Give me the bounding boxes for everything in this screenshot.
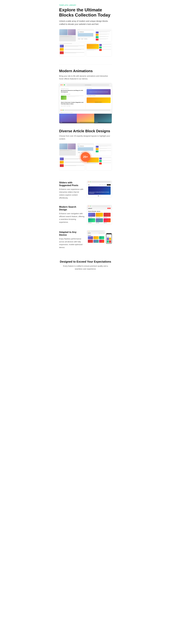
modern-animations-desc: Bring your site to life with dynamic ani… xyxy=(59,75,112,80)
demo-photo-3: Patagonia xyxy=(94,114,112,123)
desktop-nav: andorrin AboutBlogPortfolio xyxy=(87,232,105,234)
phone-project-2 xyxy=(109,238,111,240)
browser-dot-green xyxy=(64,84,65,85)
demo-post-meta-1: Jul 14, 2025 · 4 min read xyxy=(61,94,84,94)
demo-photo-grid: Iceland Norway Patagonia xyxy=(59,114,112,123)
post-card-meta-1: Jun 05, 2025 · 5 min read xyxy=(88,95,110,96)
search-content: Search Results: device Laptop setup Devi… xyxy=(87,210,112,224)
demo-post-title-1: My Favorite Resources and Blogs for Self… xyxy=(61,90,84,93)
search-result-4: Workspace xyxy=(88,218,95,224)
footer-section: Designed to Exceed Your Expectations Eve… xyxy=(56,254,115,277)
template-card-1[interactable] xyxy=(59,29,76,42)
slider-content: fino AboutBlogPortfolio Contact Cybersec… xyxy=(87,183,112,197)
demo-right-col: View All Posts Animation and Visualizati… xyxy=(86,86,112,109)
phone-heading: Projects xyxy=(107,236,111,237)
demo-photo-1: Iceland xyxy=(59,114,77,123)
demo-content-area: PERSONAL BLOGS My Favorite Resources and… xyxy=(59,86,112,109)
demo-post-title-2: How to Overcome Creative Stagnation and … xyxy=(61,102,84,105)
template-library-badge: TEMPLATE LIBRARY xyxy=(59,4,112,6)
search-result-title-4: Workspace xyxy=(88,222,95,224)
feature-search-visual: andorrin Search Search Results: device L… xyxy=(87,205,112,225)
demo-second-url-bar xyxy=(59,109,112,111)
project-item-3 xyxy=(99,236,104,239)
search-result-title-5: Tech tools xyxy=(96,222,103,224)
card2-subtitle: A Traveling Programmer xyxy=(79,32,84,32)
modern-animations-title: Modern Animations xyxy=(59,69,112,73)
template-card-5[interactable] xyxy=(86,42,112,56)
post-card-title-1: Animation and Visualization: My Experime… xyxy=(89,91,108,93)
photo-label-3: Patagonia xyxy=(94,121,112,123)
feature-search-title: Modern Search Design xyxy=(59,206,85,211)
search-results-heading: Search Results: device xyxy=(88,211,110,212)
article-card-3[interactable] xyxy=(95,143,112,156)
badge-text: 25+ xyxy=(83,155,88,158)
browser-url: andorrintemesyio xyxy=(67,84,109,86)
slider-post-text: Cybersecurity in Coding: Best Practices … xyxy=(89,192,110,194)
article-card-1[interactable] xyxy=(59,143,76,156)
demo-post-card-2: Unleashing Creativity T... xyxy=(86,98,110,103)
feature-responsive: Adapted to Any Device Enjoy flawless per… xyxy=(59,230,112,249)
phone-content: Projects xyxy=(106,236,112,244)
project-item-6 xyxy=(99,240,104,243)
slider-mockup: fino AboutBlogPortfolio Contact Cybersec… xyxy=(87,181,112,198)
feature-responsive-title: Adapted to Any Device xyxy=(59,231,85,236)
search-result-1: Laptop setup xyxy=(88,213,95,218)
desktop-browser-bar xyxy=(87,230,105,232)
template-card-2[interactable]: I'm Thomas Levy A Traveling Programmer R… xyxy=(77,29,94,42)
template-grid-row2 xyxy=(59,42,112,56)
search-result-5: Tech tools xyxy=(96,218,103,224)
desktop-mockup: andorrin AboutBlogPortfolio Projects xyxy=(87,230,105,244)
article-badge-container: I'm Thomas Levy A Traveling Programmer R… xyxy=(59,143,112,171)
diverse-article-desc: Choose from over 25 expertly designed la… xyxy=(59,135,112,140)
phone-project-4 xyxy=(109,240,111,243)
demo-post-meta-2: Apr 22, 2025 · 3 min read xyxy=(61,106,84,106)
desktop-content: Projects xyxy=(87,234,105,244)
search-result-title-1: Laptop setup xyxy=(88,217,95,218)
phone-project-1 xyxy=(107,238,109,240)
search-result-title-6: Tablet use xyxy=(104,222,110,224)
feature-sliders-desc: Enhance user experience with interactive… xyxy=(59,188,85,200)
diverse-article-title: Diverse Article Block Designs xyxy=(59,129,112,133)
features-list-section: Sliders with Suggested Posts Enhance use… xyxy=(56,181,115,249)
feature-responsive-text: Adapted to Any Device Enjoy flawless per… xyxy=(59,230,85,249)
project-item-1 xyxy=(88,236,93,239)
slider-main-img: Cybersecurity in Coding: Best Practices … xyxy=(88,186,110,195)
project-item-4 xyxy=(88,240,93,243)
browser-dot-red xyxy=(61,84,62,85)
template-card-3[interactable] xyxy=(95,29,112,42)
photo-label-2: Norway xyxy=(77,121,94,123)
post-card-title-2: Unleashing Creativity T... xyxy=(95,102,102,102)
demo-post-card-1: Animation and Visualization: My Experime… xyxy=(86,89,110,96)
feature-sliders-title: Sliders with Suggested Posts xyxy=(59,181,85,187)
article-count-badge: 25+ xyxy=(81,152,90,162)
search-result-title-3: Mobile gear xyxy=(104,217,110,218)
demo-browser-bar: andorrintemesyio xyxy=(59,83,112,86)
feature-sliders-text: Sliders with Suggested Posts Enhance use… xyxy=(59,181,85,200)
search-mockup: andorrin Search Search Results: device L… xyxy=(87,205,112,225)
article-card2-subtitle: A Traveling Programmer xyxy=(79,146,84,147)
feature-search-desc: Enhance user navigation with efficient s… xyxy=(59,212,85,224)
template-card-4[interactable] xyxy=(59,42,85,56)
search-browser-bar xyxy=(87,205,112,207)
hero-subtitle: Unlock a wide array of modern and unique… xyxy=(59,20,112,26)
feature-sliders: Sliders with Suggested Posts Enhance use… xyxy=(59,181,112,200)
device-mockup: andorrin AboutBlogPortfolio Projects xyxy=(87,230,112,244)
search-result-2: Device review xyxy=(96,213,103,218)
desktop-page-heading: Projects xyxy=(88,235,104,236)
search-result-6: Tablet use xyxy=(104,218,110,224)
hero-section: TEMPLATE LIBRARY Explore the Ultimate Bl… xyxy=(56,0,115,64)
demo-photo-2: Norway xyxy=(77,114,94,123)
phone-projects-grid xyxy=(107,238,111,243)
phone-mockup: Projects xyxy=(106,233,112,244)
desktop-projects-grid xyxy=(88,236,104,243)
modern-animations-section: Modern Animations Bring your site to lif… xyxy=(56,69,115,129)
article-card2-name: I'm Thomas Levy xyxy=(79,146,84,146)
featured-places-label: BEST PLACES TO VISIT xyxy=(59,111,112,114)
feature-search-text: Modern Search Design Enhance user naviga… xyxy=(59,205,85,224)
feature-search: Modern Search Design Enhance user naviga… xyxy=(59,205,112,225)
search-results-grid: Laptop setup Device review Mobile gear xyxy=(88,213,110,224)
diverse-article-section: Diverse Article Block Designs Choose fro… xyxy=(56,129,115,181)
feature-responsive-visual: andorrin AboutBlogPortfolio Projects xyxy=(87,230,112,244)
project-item-2 xyxy=(94,236,98,239)
search-nav: andorrin Search xyxy=(87,207,112,210)
